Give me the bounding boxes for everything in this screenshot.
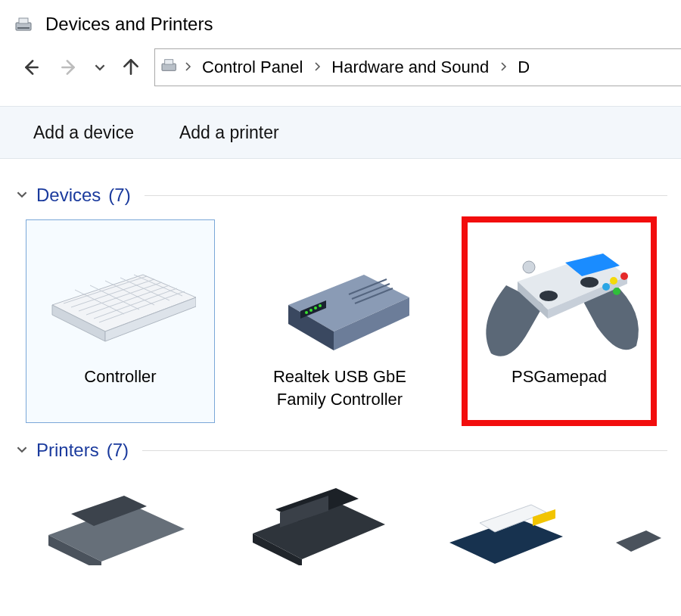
svg-point-24 — [309, 309, 313, 312]
svg-point-26 — [319, 304, 322, 307]
svg-point-40 — [523, 261, 535, 273]
group-count: (7) — [107, 440, 129, 461]
printer-icon — [419, 474, 586, 565]
device-label: Realtek USB GbE Family Controller — [250, 366, 429, 410]
svg-rect-4 — [165, 60, 173, 64]
chevron-right-icon[interactable] — [498, 61, 508, 73]
group-header-devices[interactable]: Devices (7) — [15, 185, 667, 206]
svg-point-23 — [305, 311, 308, 314]
svg-marker-51 — [616, 530, 661, 552]
breadcrumb-label: D — [518, 58, 530, 77]
address-icon — [161, 57, 179, 78]
back-button[interactable] — [17, 53, 45, 82]
breadcrumb-item-control-panel[interactable]: Control Panel — [196, 54, 309, 80]
devices-printers-icon — [15, 15, 35, 33]
add-printer-button[interactable]: Add a printer — [179, 123, 279, 143]
group-title: Printers — [36, 440, 99, 461]
breadcrumb-label: Control Panel — [202, 58, 303, 77]
svg-point-25 — [314, 306, 317, 310]
svg-point-37 — [620, 272, 628, 280]
chevron-down-icon — [15, 189, 29, 202]
device-item-psgamepad[interactable]: PSGamepad — [465, 219, 654, 423]
device-label: PSGamepad — [470, 366, 648, 388]
devices-grid: Controller — [15, 212, 667, 423]
add-device-button[interactable]: Add a device — [33, 123, 134, 143]
group-count: (7) — [108, 185, 130, 206]
divider — [142, 450, 667, 451]
breadcrumb-label: Hardware and Sound — [331, 58, 489, 77]
printer-item[interactable] — [419, 474, 586, 565]
device-item-controller[interactable]: Controller — [26, 219, 215, 423]
address-bar[interactable]: Control Panel Hardware and Sound D — [154, 48, 681, 86]
chevron-down-icon — [15, 444, 29, 457]
divider — [145, 195, 667, 196]
svg-point-35 — [580, 277, 599, 288]
printer-item[interactable] — [616, 474, 661, 565]
recent-dropdown[interactable] — [92, 53, 107, 82]
group-header-printers[interactable]: Printers (7) — [15, 440, 667, 461]
svg-point-38 — [602, 283, 610, 291]
device-item-network-adapter[interactable]: Realtek USB GbE Family Controller — [245, 219, 434, 423]
group-title: Devices — [36, 185, 101, 206]
chevron-right-icon[interactable] — [182, 61, 193, 73]
printer-item[interactable] — [26, 474, 192, 565]
gamepad-icon — [470, 229, 648, 366]
svg-point-39 — [613, 288, 620, 295]
titlebar: Devices and Printers — [0, 0, 681, 48]
printer-icon — [616, 474, 661, 565]
printer-item[interactable] — [222, 474, 389, 565]
network-adapter-icon — [250, 229, 429, 366]
window-title: Devices and Printers — [45, 14, 213, 35]
content-area: Devices (7) — [0, 159, 681, 565]
svg-rect-1 — [19, 18, 28, 23]
breadcrumb-item-truncated[interactable]: D — [512, 54, 536, 80]
svg-point-36 — [610, 277, 617, 285]
chevron-right-icon[interactable] — [312, 61, 322, 73]
fax-icon — [222, 474, 389, 565]
keyboard-icon — [31, 229, 210, 366]
svg-rect-2 — [17, 27, 30, 29]
printer-icon — [26, 474, 192, 565]
breadcrumb-item-hardware-sound[interactable]: Hardware and Sound — [325, 54, 495, 80]
up-button[interactable] — [117, 53, 145, 82]
svg-point-34 — [540, 291, 558, 301]
nav-row: Control Panel Hardware and Sound D — [0, 48, 681, 86]
command-bar: Add a device Add a printer — [0, 106, 681, 159]
device-label: Controller — [31, 366, 210, 388]
printers-grid — [15, 467, 667, 565]
forward-button[interactable] — [54, 53, 83, 82]
